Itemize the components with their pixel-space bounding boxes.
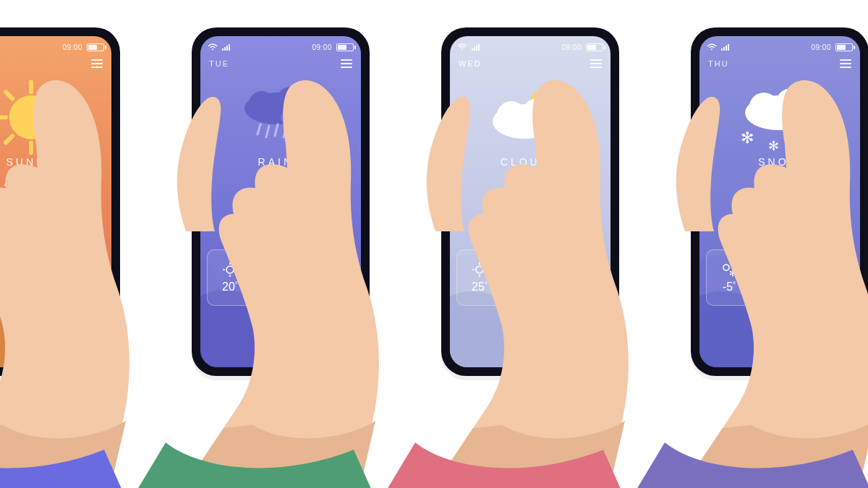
forecast-card[interactable]: 15°	[507, 249, 553, 306]
forecast-card[interactable]: 18°	[258, 249, 304, 306]
signal-icon	[472, 43, 482, 51]
battery-icon	[586, 43, 603, 51]
day-label: WED	[459, 59, 482, 68]
forecast-card[interactable]: 19°	[0, 249, 29, 306]
condition-label: SNOW	[699, 156, 860, 168]
svg-point-51	[522, 98, 553, 130]
svg-line-10	[6, 92, 12, 98]
svg-line-27	[258, 124, 260, 134]
svg-point-5	[9, 95, 54, 140]
forecast-card[interactable]: 12°	[558, 249, 604, 306]
svg-rect-19	[222, 48, 224, 51]
temperature-display: 18°	[200, 172, 361, 215]
pagination-dots[interactable]	[200, 236, 361, 239]
svg-point-24	[249, 91, 275, 117]
svg-point-26	[281, 107, 318, 127]
forecast-card[interactable]: 25°	[456, 249, 503, 306]
svg-rect-45	[474, 47, 475, 51]
forecast-card[interactable]: 15°	[757, 249, 803, 306]
svg-line-28	[266, 126, 269, 137]
svg-point-61	[711, 48, 712, 50]
svg-rect-65	[728, 44, 729, 51]
pagination-dots[interactable]	[450, 236, 610, 239]
thumb-illustration	[671, 94, 723, 231]
thumb-illustration	[171, 94, 224, 231]
svg-rect-64	[726, 46, 727, 51]
wifi-icon	[208, 43, 218, 51]
svg-point-67	[749, 93, 778, 121]
condition-label: SUNNY	[0, 156, 111, 168]
svg-line-29	[275, 124, 278, 136]
svg-rect-63	[723, 47, 725, 51]
svg-line-30	[284, 126, 286, 137]
svg-text:✻: ✻	[741, 129, 754, 147]
temperature-display: 25°	[0, 172, 111, 215]
svg-rect-46	[476, 46, 477, 51]
wifi-icon	[457, 43, 467, 51]
sunny-icon	[469, 262, 490, 278]
forecast-card[interactable]: ✻ -5°	[706, 249, 752, 306]
thumb-illustration	[421, 94, 473, 231]
svg-rect-44	[472, 48, 473, 51]
svg-point-68	[775, 88, 807, 120]
svg-rect-21	[226, 46, 228, 51]
svg-point-58	[526, 268, 539, 275]
svg-rect-22	[229, 44, 230, 51]
status-time: 09:00	[811, 43, 831, 51]
svg-point-50	[497, 101, 526, 130]
svg-point-37	[274, 265, 287, 272]
svg-rect-62	[721, 48, 723, 51]
status-time: 09:00	[62, 43, 82, 51]
sunny-icon	[220, 262, 240, 278]
cloudy-icon	[46, 262, 67, 278]
cloudy-icon	[820, 262, 841, 278]
menu-icon[interactable]	[840, 59, 851, 68]
sun-icon	[0, 81, 82, 153]
cloudy-icon	[571, 262, 591, 278]
signal-icon	[222, 43, 232, 51]
partly-cloudy-icon	[321, 262, 341, 278]
svg-text:✻: ✻	[768, 139, 779, 153]
temperature-display: 15°	[450, 172, 610, 215]
menu-icon[interactable]	[590, 59, 602, 68]
signal-icon	[721, 43, 731, 51]
wifi-icon	[707, 43, 717, 51]
pagination-dots[interactable]	[699, 236, 860, 239]
battery-icon	[336, 43, 354, 51]
pagination-dots[interactable]	[0, 236, 111, 239]
forecast-card[interactable]: 15°	[33, 249, 80, 306]
svg-point-42	[327, 268, 340, 275]
day-label: THU	[708, 59, 729, 68]
svg-rect-47	[478, 44, 480, 51]
rain-cloud-icon	[230, 81, 331, 153]
battery-icon	[835, 43, 853, 51]
svg-point-76	[775, 268, 788, 275]
snow-cloud-icon: ✻ ✻ ✻ ✻	[729, 81, 830, 153]
svg-text:✻: ✻	[801, 124, 816, 144]
temperature-display: -5°	[699, 172, 860, 215]
forecast-row: 19° 15°	[0, 249, 111, 306]
svg-line-31	[292, 127, 295, 137]
condition-label: RAINY	[200, 156, 361, 168]
menu-icon[interactable]	[341, 59, 352, 68]
svg-point-15	[1, 268, 14, 275]
svg-point-18	[212, 48, 213, 50]
svg-point-52	[476, 266, 483, 273]
forecast-card[interactable]: 20°	[207, 249, 253, 306]
svg-line-11	[50, 136, 56, 142]
forecast-card[interactable]: 17°	[308, 249, 354, 306]
svg-point-14	[0, 264, 7, 271]
forecast-card[interactable]: 11°	[807, 249, 854, 306]
menu-icon[interactable]	[91, 59, 103, 68]
svg-line-13	[6, 136, 12, 142]
partly-cloudy-icon	[0, 262, 16, 278]
svg-line-38	[277, 273, 278, 276]
svg-point-73	[723, 265, 729, 270]
weather-phone-1: 09:00 SUNNY 25° 19°	[0, 27, 120, 376]
svg-text:✻: ✻	[729, 268, 736, 278]
svg-rect-20	[224, 47, 226, 51]
snow-sun-icon: ✻	[719, 262, 739, 278]
svg-line-40	[283, 273, 284, 276]
status-time: 09:00	[561, 43, 582, 51]
partly-cloudy-icon	[520, 262, 540, 278]
